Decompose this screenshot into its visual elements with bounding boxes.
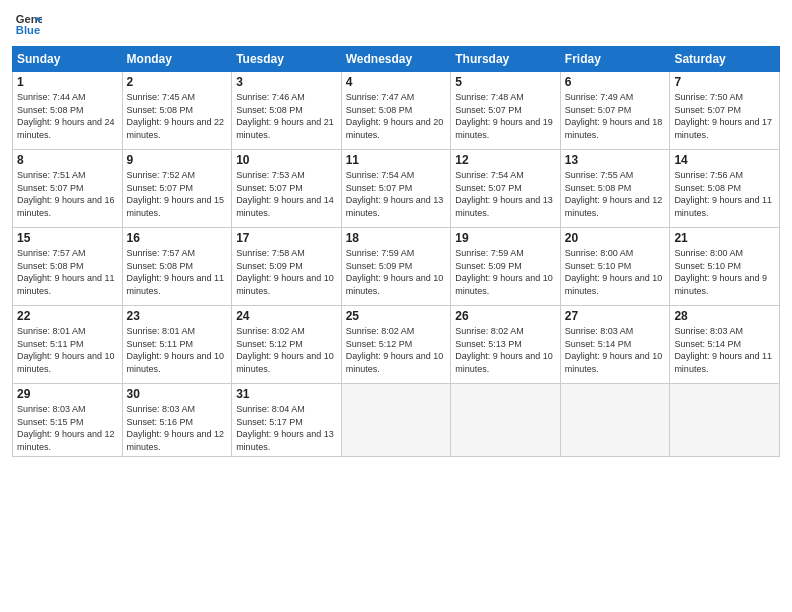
calendar-cell: 1Sunrise: 7:44 AMSunset: 5:08 PMDaylight… xyxy=(13,72,123,150)
calendar-table: SundayMondayTuesdayWednesdayThursdayFrid… xyxy=(12,46,780,457)
cell-info: Sunrise: 8:01 AMSunset: 5:11 PMDaylight:… xyxy=(127,325,228,375)
day-number: 7 xyxy=(674,75,775,89)
calendar-cell: 4Sunrise: 7:47 AMSunset: 5:08 PMDaylight… xyxy=(341,72,451,150)
calendar-cell: 6Sunrise: 7:49 AMSunset: 5:07 PMDaylight… xyxy=(560,72,670,150)
weekday-header: Monday xyxy=(122,47,232,72)
day-number: 30 xyxy=(127,387,228,401)
calendar-week-row: 15Sunrise: 7:57 AMSunset: 5:08 PMDayligh… xyxy=(13,228,780,306)
calendar-cell: 23Sunrise: 8:01 AMSunset: 5:11 PMDayligh… xyxy=(122,306,232,384)
weekday-header: Friday xyxy=(560,47,670,72)
day-number: 8 xyxy=(17,153,118,167)
day-number: 14 xyxy=(674,153,775,167)
calendar-cell: 31Sunrise: 8:04 AMSunset: 5:17 PMDayligh… xyxy=(232,384,342,457)
cell-info: Sunrise: 8:03 AMSunset: 5:14 PMDaylight:… xyxy=(674,325,775,375)
calendar-cell: 26Sunrise: 8:02 AMSunset: 5:13 PMDayligh… xyxy=(451,306,561,384)
cell-info: Sunrise: 8:04 AMSunset: 5:17 PMDaylight:… xyxy=(236,403,337,453)
day-number: 13 xyxy=(565,153,666,167)
day-number: 9 xyxy=(127,153,228,167)
day-number: 3 xyxy=(236,75,337,89)
cell-info: Sunrise: 7:54 AMSunset: 5:07 PMDaylight:… xyxy=(346,169,447,219)
day-number: 24 xyxy=(236,309,337,323)
calendar-cell: 20Sunrise: 8:00 AMSunset: 5:10 PMDayligh… xyxy=(560,228,670,306)
calendar-cell: 15Sunrise: 7:57 AMSunset: 5:08 PMDayligh… xyxy=(13,228,123,306)
calendar-cell xyxy=(451,384,561,457)
cell-info: Sunrise: 7:55 AMSunset: 5:08 PMDaylight:… xyxy=(565,169,666,219)
cell-info: Sunrise: 7:46 AMSunset: 5:08 PMDaylight:… xyxy=(236,91,337,141)
day-number: 18 xyxy=(346,231,447,245)
calendar-cell: 17Sunrise: 7:58 AMSunset: 5:09 PMDayligh… xyxy=(232,228,342,306)
calendar-week-row: 29Sunrise: 8:03 AMSunset: 5:15 PMDayligh… xyxy=(13,384,780,457)
cell-info: Sunrise: 8:02 AMSunset: 5:12 PMDaylight:… xyxy=(346,325,447,375)
weekday-header: Sunday xyxy=(13,47,123,72)
cell-info: Sunrise: 7:45 AMSunset: 5:08 PMDaylight:… xyxy=(127,91,228,141)
calendar-cell: 14Sunrise: 7:56 AMSunset: 5:08 PMDayligh… xyxy=(670,150,780,228)
cell-info: Sunrise: 8:03 AMSunset: 5:15 PMDaylight:… xyxy=(17,403,118,453)
page-container: General Blue SundayMondayTuesdayWednesda… xyxy=(0,0,792,465)
cell-info: Sunrise: 7:50 AMSunset: 5:07 PMDaylight:… xyxy=(674,91,775,141)
calendar-cell: 9Sunrise: 7:52 AMSunset: 5:07 PMDaylight… xyxy=(122,150,232,228)
calendar-cell: 22Sunrise: 8:01 AMSunset: 5:11 PMDayligh… xyxy=(13,306,123,384)
day-number: 17 xyxy=(236,231,337,245)
svg-text:Blue: Blue xyxy=(16,24,40,36)
day-number: 5 xyxy=(455,75,556,89)
day-number: 11 xyxy=(346,153,447,167)
calendar-cell: 18Sunrise: 7:59 AMSunset: 5:09 PMDayligh… xyxy=(341,228,451,306)
day-number: 25 xyxy=(346,309,447,323)
weekday-header-row: SundayMondayTuesdayWednesdayThursdayFrid… xyxy=(13,47,780,72)
day-number: 1 xyxy=(17,75,118,89)
day-number: 19 xyxy=(455,231,556,245)
cell-info: Sunrise: 7:57 AMSunset: 5:08 PMDaylight:… xyxy=(127,247,228,297)
day-number: 20 xyxy=(565,231,666,245)
calendar-cell: 11Sunrise: 7:54 AMSunset: 5:07 PMDayligh… xyxy=(341,150,451,228)
day-number: 12 xyxy=(455,153,556,167)
calendar-cell: 12Sunrise: 7:54 AMSunset: 5:07 PMDayligh… xyxy=(451,150,561,228)
day-number: 23 xyxy=(127,309,228,323)
calendar-cell xyxy=(560,384,670,457)
calendar-body: 1Sunrise: 7:44 AMSunset: 5:08 PMDaylight… xyxy=(13,72,780,457)
calendar-cell: 19Sunrise: 7:59 AMSunset: 5:09 PMDayligh… xyxy=(451,228,561,306)
weekday-header: Wednesday xyxy=(341,47,451,72)
day-number: 10 xyxy=(236,153,337,167)
calendar-cell: 13Sunrise: 7:55 AMSunset: 5:08 PMDayligh… xyxy=(560,150,670,228)
day-number: 6 xyxy=(565,75,666,89)
day-number: 28 xyxy=(674,309,775,323)
calendar-cell: 30Sunrise: 8:03 AMSunset: 5:16 PMDayligh… xyxy=(122,384,232,457)
calendar-week-row: 1Sunrise: 7:44 AMSunset: 5:08 PMDaylight… xyxy=(13,72,780,150)
day-number: 31 xyxy=(236,387,337,401)
logo: General Blue xyxy=(12,10,42,38)
calendar-cell xyxy=(670,384,780,457)
day-number: 27 xyxy=(565,309,666,323)
cell-info: Sunrise: 7:53 AMSunset: 5:07 PMDaylight:… xyxy=(236,169,337,219)
calendar-cell: 8Sunrise: 7:51 AMSunset: 5:07 PMDaylight… xyxy=(13,150,123,228)
calendar-cell: 3Sunrise: 7:46 AMSunset: 5:08 PMDaylight… xyxy=(232,72,342,150)
cell-info: Sunrise: 7:44 AMSunset: 5:08 PMDaylight:… xyxy=(17,91,118,141)
cell-info: Sunrise: 7:47 AMSunset: 5:08 PMDaylight:… xyxy=(346,91,447,141)
calendar-week-row: 22Sunrise: 8:01 AMSunset: 5:11 PMDayligh… xyxy=(13,306,780,384)
cell-info: Sunrise: 7:48 AMSunset: 5:07 PMDaylight:… xyxy=(455,91,556,141)
cell-info: Sunrise: 7:51 AMSunset: 5:07 PMDaylight:… xyxy=(17,169,118,219)
calendar-cell: 29Sunrise: 8:03 AMSunset: 5:15 PMDayligh… xyxy=(13,384,123,457)
logo-icon: General Blue xyxy=(14,10,42,38)
day-number: 2 xyxy=(127,75,228,89)
calendar-cell: 16Sunrise: 7:57 AMSunset: 5:08 PMDayligh… xyxy=(122,228,232,306)
calendar-cell: 24Sunrise: 8:02 AMSunset: 5:12 PMDayligh… xyxy=(232,306,342,384)
day-number: 16 xyxy=(127,231,228,245)
day-number: 22 xyxy=(17,309,118,323)
calendar-cell: 10Sunrise: 7:53 AMSunset: 5:07 PMDayligh… xyxy=(232,150,342,228)
cell-info: Sunrise: 7:57 AMSunset: 5:08 PMDaylight:… xyxy=(17,247,118,297)
calendar-cell: 5Sunrise: 7:48 AMSunset: 5:07 PMDaylight… xyxy=(451,72,561,150)
cell-info: Sunrise: 7:58 AMSunset: 5:09 PMDaylight:… xyxy=(236,247,337,297)
calendar-cell: 21Sunrise: 8:00 AMSunset: 5:10 PMDayligh… xyxy=(670,228,780,306)
cell-info: Sunrise: 7:56 AMSunset: 5:08 PMDaylight:… xyxy=(674,169,775,219)
weekday-header: Tuesday xyxy=(232,47,342,72)
header: General Blue xyxy=(12,10,780,38)
cell-info: Sunrise: 7:59 AMSunset: 5:09 PMDaylight:… xyxy=(455,247,556,297)
day-number: 29 xyxy=(17,387,118,401)
cell-info: Sunrise: 7:59 AMSunset: 5:09 PMDaylight:… xyxy=(346,247,447,297)
calendar-cell: 28Sunrise: 8:03 AMSunset: 5:14 PMDayligh… xyxy=(670,306,780,384)
cell-info: Sunrise: 7:52 AMSunset: 5:07 PMDaylight:… xyxy=(127,169,228,219)
cell-info: Sunrise: 8:00 AMSunset: 5:10 PMDaylight:… xyxy=(565,247,666,297)
cell-info: Sunrise: 8:02 AMSunset: 5:12 PMDaylight:… xyxy=(236,325,337,375)
weekday-header: Saturday xyxy=(670,47,780,72)
calendar-week-row: 8Sunrise: 7:51 AMSunset: 5:07 PMDaylight… xyxy=(13,150,780,228)
